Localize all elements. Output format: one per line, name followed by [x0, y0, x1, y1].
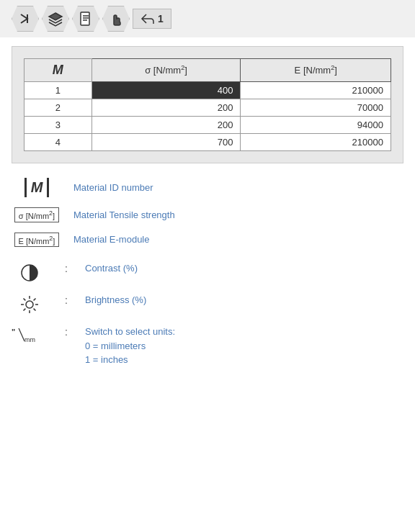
svg-line-14	[34, 299, 36, 301]
cell-row-id: 3	[24, 117, 92, 134]
contrast-icon	[12, 261, 48, 283]
brightness-icon	[12, 293, 48, 315]
e-box-icon: E [N/mm2]	[14, 233, 60, 248]
settings-row-units: " mm : Switch to select units: 0 = milli…	[12, 325, 403, 367]
back-icon-badge[interactable]: 1	[133, 9, 171, 29]
contrast-label: Contrast (%)	[85, 261, 138, 276]
svg-rect-2	[81, 12, 89, 25]
legend-e-icon: E [N/mm2]	[12, 233, 62, 248]
contrast-colon: :	[59, 261, 73, 274]
table-row: 220070000	[24, 99, 391, 117]
svg-line-17	[19, 328, 24, 341]
units-0: 0 = millimeters	[85, 341, 146, 351]
cell-e: 70000	[241, 99, 391, 117]
page-number: 1	[158, 13, 164, 24]
hand-icon[interactable]	[102, 6, 130, 32]
table-row: 320094000	[24, 117, 391, 134]
settings-section: : Contrast (%) : Brightness (%)	[12, 261, 403, 367]
legend-m-icon: M	[12, 178, 62, 197]
svg-text:": "	[12, 328, 15, 336]
legend-row-sigma: σ [N/mm2] Material Tensile strength	[12, 207, 403, 222]
cell-row-id: 4	[24, 134, 92, 151]
svg-marker-1	[49, 13, 62, 20]
cell-sigma: 200	[92, 117, 241, 134]
cell-e: 210000	[241, 82, 391, 99]
toolbar: 1	[0, 0, 415, 37]
cell-row-id: 1	[24, 82, 92, 99]
legend-sigma-icon: σ [N/mm2]	[12, 207, 62, 222]
brightness-label: Brightness (%)	[85, 293, 146, 307]
document-icon[interactable]	[72, 6, 99, 32]
svg-line-13	[34, 309, 36, 311]
brightness-colon: :	[59, 293, 73, 306]
legend-sigma-text: Material Tensile strength	[73, 209, 175, 220]
sigma-box-icon: σ [N/mm2]	[14, 207, 59, 222]
svg-point-7	[26, 301, 33, 308]
table-row: 4700210000	[24, 134, 391, 151]
main-panel: M σ [N/mm2] E [N/mm2] 140021000022007000…	[12, 46, 403, 163]
legend-m-text: Material ID number	[73, 182, 153, 193]
units-title: Switch to select units:	[85, 326, 175, 337]
cell-sigma: 400	[92, 82, 241, 99]
col-header-e: E [N/mm2]	[241, 59, 391, 82]
cell-sigma: 200	[92, 99, 241, 117]
arrow-right-icon[interactable]	[12, 6, 39, 32]
cell-e: 94000	[241, 117, 391, 134]
settings-row-brightness: : Brightness (%)	[12, 293, 403, 315]
svg-text:mm: mm	[24, 336, 35, 343]
legend-row-e: E [N/mm2] Material E-module	[12, 233, 403, 248]
units-icon: " mm	[12, 325, 48, 343]
cell-sigma: 700	[92, 134, 241, 151]
layers-icon[interactable]	[42, 6, 69, 32]
col-header-m: M	[24, 59, 92, 82]
table-row: 1400210000	[24, 82, 391, 99]
svg-line-15	[24, 309, 26, 311]
settings-row-contrast: : Contrast (%)	[12, 261, 403, 283]
cell-e: 210000	[241, 134, 391, 151]
svg-line-12	[24, 299, 26, 301]
units-colon: :	[59, 325, 73, 338]
legend-e-text: Material E-module	[73, 234, 150, 245]
units-1: 1 = inches	[85, 354, 128, 365]
material-table: M σ [N/mm2] E [N/mm2] 140021000022007000…	[24, 58, 391, 151]
m-box-icon: M	[24, 178, 50, 197]
legend-section: M Material ID number σ [N/mm2] Material …	[12, 178, 403, 247]
col-header-sigma: σ [N/mm2]	[92, 59, 241, 82]
cell-row-id: 2	[24, 99, 92, 117]
legend-row-m: M Material ID number	[12, 178, 403, 197]
units-label: Switch to select units: 0 = millimeters …	[85, 325, 175, 367]
